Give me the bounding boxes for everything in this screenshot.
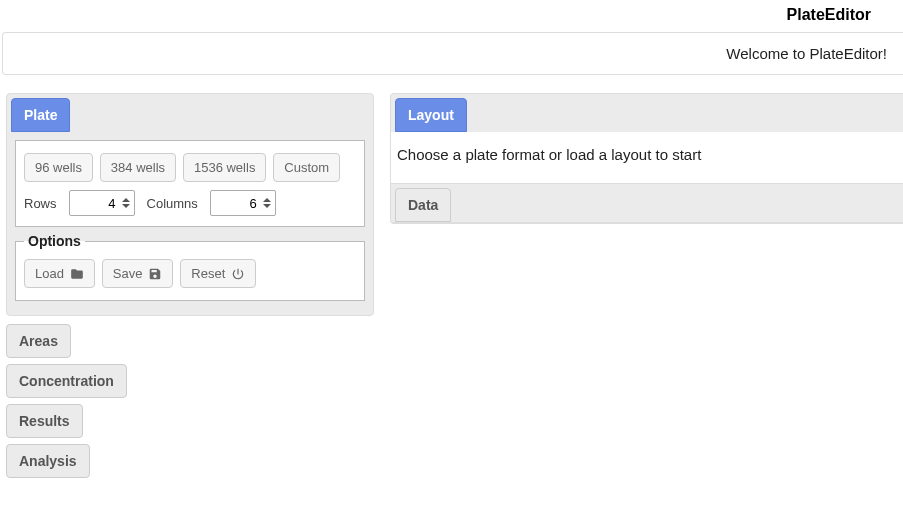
format-384-button[interactable]: 384 wells bbox=[100, 153, 176, 182]
load-button[interactable]: Load bbox=[24, 259, 95, 288]
plate-format-group: 96 wells 384 wells 1536 wells Custom Row… bbox=[15, 140, 365, 227]
rows-label: Rows bbox=[24, 196, 57, 211]
tab-plate-label: Plate bbox=[24, 107, 57, 123]
format-96-button[interactable]: 96 wells bbox=[24, 153, 93, 182]
rows-up-icon[interactable] bbox=[122, 198, 130, 202]
tab-concentration-label: Concentration bbox=[19, 373, 114, 389]
tab-areas[interactable]: Areas bbox=[6, 324, 71, 358]
columns-stepper[interactable] bbox=[210, 190, 276, 216]
format-custom-button[interactable]: Custom bbox=[273, 153, 340, 182]
plate-panel-body: 96 wells 384 wells 1536 wells Custom Row… bbox=[7, 132, 373, 315]
dimension-controls: Rows Columns bbox=[24, 190, 356, 216]
tab-layout[interactable]: Layout bbox=[395, 98, 467, 132]
layout-hint-text: Choose a plate format or load a layout t… bbox=[397, 146, 701, 163]
tab-analysis-label: Analysis bbox=[19, 453, 77, 469]
app-header: PlateEditor bbox=[0, 0, 903, 30]
left-collapsed-tabs: Areas Concentration Results Analysis bbox=[6, 324, 374, 484]
columns-label: Columns bbox=[147, 196, 198, 211]
welcome-bar: Welcome to PlateEditor! bbox=[2, 32, 903, 75]
left-column: Plate 96 wells 384 wells 1536 wells Cust… bbox=[6, 93, 374, 484]
save-button[interactable]: Save bbox=[102, 259, 174, 288]
format-1536-button[interactable]: 1536 wells bbox=[183, 153, 266, 182]
reset-label: Reset bbox=[191, 266, 225, 281]
layout-panel: Layout Choose a plate format or load a l… bbox=[390, 93, 903, 224]
power-icon bbox=[231, 267, 245, 281]
options-group: Options Load Save Reset bbox=[15, 233, 365, 301]
rows-spinner bbox=[120, 193, 132, 213]
format-1536-label: 1536 wells bbox=[194, 160, 255, 175]
format-384-label: 384 wells bbox=[111, 160, 165, 175]
right-column: Layout Choose a plate format or load a l… bbox=[390, 93, 903, 484]
tab-layout-label: Layout bbox=[408, 107, 454, 123]
data-tab-row: Data bbox=[391, 183, 903, 223]
tab-results-label: Results bbox=[19, 413, 70, 429]
columns-down-icon[interactable] bbox=[263, 204, 271, 208]
plate-panel: Plate 96 wells 384 wells 1536 wells Cust… bbox=[6, 93, 374, 316]
tab-data-label: Data bbox=[408, 197, 438, 213]
rows-stepper[interactable] bbox=[69, 190, 135, 216]
tab-results[interactable]: Results bbox=[6, 404, 83, 438]
load-label: Load bbox=[35, 266, 64, 281]
app-title: PlateEditor bbox=[787, 6, 871, 23]
columns-spinner bbox=[261, 193, 273, 213]
reset-button[interactable]: Reset bbox=[180, 259, 256, 288]
tab-data[interactable]: Data bbox=[395, 188, 451, 222]
floppy-disk-icon bbox=[148, 267, 162, 281]
tab-areas-label: Areas bbox=[19, 333, 58, 349]
save-label: Save bbox=[113, 266, 143, 281]
tab-plate[interactable]: Plate bbox=[11, 98, 70, 132]
tab-analysis[interactable]: Analysis bbox=[6, 444, 90, 478]
rows-down-icon[interactable] bbox=[122, 204, 130, 208]
columns-up-icon[interactable] bbox=[263, 198, 271, 202]
format-custom-label: Custom bbox=[284, 160, 329, 175]
layout-hint-area: Choose a plate format or load a layout t… bbox=[391, 132, 903, 183]
format-96-label: 96 wells bbox=[35, 160, 82, 175]
options-legend: Options bbox=[24, 233, 85, 249]
plate-format-buttons: 96 wells 384 wells 1536 wells Custom bbox=[24, 151, 356, 184]
welcome-text: Welcome to PlateEditor! bbox=[726, 45, 887, 62]
folder-open-icon bbox=[70, 267, 84, 281]
main-layout: Plate 96 wells 384 wells 1536 wells Cust… bbox=[0, 93, 903, 484]
tab-concentration[interactable]: Concentration bbox=[6, 364, 127, 398]
